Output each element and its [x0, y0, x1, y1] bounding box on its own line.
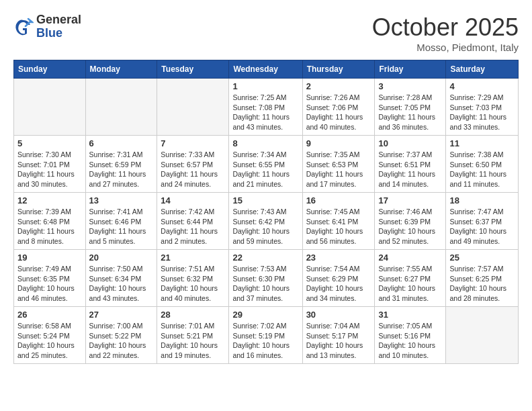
day-number: 18 — [449, 195, 515, 205]
logo-icon — [13, 17, 34, 37]
day-number: 16 — [306, 195, 371, 205]
calendar-cell: 1Sunrise: 7:25 AMSunset: 7:08 PMDaylight… — [229, 79, 302, 136]
logo-blue-text: Blue — [36, 27, 81, 40]
day-info: Sunrise: 7:34 AMSunset: 6:55 PMDaylight:… — [232, 150, 298, 189]
day-number: 7 — [161, 138, 225, 148]
calendar-table: SundayMondayTuesdayWednesdayThursdayFrid… — [13, 60, 519, 364]
calendar-cell: 7Sunrise: 7:33 AMSunset: 6:57 PMDaylight… — [157, 136, 229, 193]
calendar-cell: 2Sunrise: 7:26 AMSunset: 7:06 PMDaylight… — [302, 79, 375, 136]
day-info: Sunrise: 7:30 AMSunset: 7:01 PMDaylight:… — [17, 150, 82, 189]
calendar-cell: 17Sunrise: 7:46 AMSunset: 6:39 PMDayligh… — [375, 193, 446, 250]
calendar-cell: 29Sunrise: 7:02 AMSunset: 5:19 PMDayligh… — [229, 307, 302, 364]
day-number: 25 — [449, 253, 515, 263]
week-row-4: 19Sunrise: 7:49 AMSunset: 6:35 PMDayligh… — [14, 250, 519, 307]
day-number: 26 — [17, 310, 82, 320]
day-number: 10 — [378, 138, 442, 148]
day-header-friday: Friday — [375, 60, 446, 79]
calendar-cell: 5Sunrise: 7:30 AMSunset: 7:01 PMDaylight… — [14, 136, 86, 193]
day-info: Sunrise: 7:01 AMSunset: 5:21 PMDaylight:… — [161, 321, 225, 361]
day-info: Sunrise: 7:05 AMSunset: 5:16 PMDaylight:… — [378, 321, 442, 361]
day-number: 29 — [232, 310, 298, 320]
day-number: 9 — [306, 138, 371, 148]
day-number: 24 — [378, 253, 442, 263]
calendar-cell: 16Sunrise: 7:45 AMSunset: 6:41 PMDayligh… — [302, 193, 375, 250]
calendar-cell: 21Sunrise: 7:51 AMSunset: 6:32 PMDayligh… — [157, 250, 229, 307]
day-number: 31 — [378, 310, 442, 320]
day-number: 6 — [89, 138, 154, 148]
calendar-cell: 10Sunrise: 7:37 AMSunset: 6:51 PMDayligh… — [375, 136, 446, 193]
day-info: Sunrise: 7:42 AMSunset: 6:44 PMDaylight:… — [161, 207, 225, 246]
day-info: Sunrise: 7:37 AMSunset: 6:51 PMDaylight:… — [378, 150, 442, 189]
logo-text: General Blue — [36, 13, 81, 40]
day-info: Sunrise: 7:25 AMSunset: 7:08 PMDaylight:… — [232, 93, 298, 132]
day-number: 23 — [306, 253, 371, 263]
day-info: Sunrise: 7:35 AMSunset: 6:53 PMDaylight:… — [306, 150, 371, 189]
day-number: 27 — [89, 310, 154, 320]
week-row-2: 5Sunrise: 7:30 AMSunset: 7:01 PMDaylight… — [14, 136, 519, 193]
location: Mosso, Piedmont, Italy — [372, 42, 519, 53]
calendar-cell: 9Sunrise: 7:35 AMSunset: 6:53 PMDaylight… — [302, 136, 375, 193]
calendar-cell: 20Sunrise: 7:50 AMSunset: 6:34 PMDayligh… — [85, 250, 157, 307]
calendar-cell: 12Sunrise: 7:39 AMSunset: 6:48 PMDayligh… — [14, 193, 86, 250]
day-info: Sunrise: 7:00 AMSunset: 5:22 PMDaylight:… — [89, 321, 154, 361]
calendar-cell: 4Sunrise: 7:29 AMSunset: 7:03 PMDaylight… — [446, 79, 519, 136]
day-number: 21 — [161, 253, 225, 263]
day-number: 8 — [232, 138, 298, 148]
calendar-cell: 3Sunrise: 7:28 AMSunset: 7:05 PMDaylight… — [375, 79, 446, 136]
day-number: 15 — [232, 195, 298, 205]
day-header-saturday: Saturday — [446, 60, 519, 79]
calendar-cell: 14Sunrise: 7:42 AMSunset: 6:44 PMDayligh… — [157, 193, 229, 250]
day-number: 4 — [449, 81, 515, 91]
day-number: 14 — [161, 195, 225, 205]
week-row-3: 12Sunrise: 7:39 AMSunset: 6:48 PMDayligh… — [14, 193, 519, 250]
day-info: Sunrise: 7:57 AMSunset: 6:25 PMDaylight:… — [449, 264, 515, 304]
day-header-tuesday: Tuesday — [157, 60, 229, 79]
day-info: Sunrise: 7:29 AMSunset: 7:03 PMDaylight:… — [449, 93, 515, 132]
day-number: 28 — [161, 310, 225, 320]
day-info: Sunrise: 7:45 AMSunset: 6:41 PMDaylight:… — [306, 207, 371, 246]
day-info: Sunrise: 6:58 AMSunset: 5:24 PMDaylight:… — [17, 321, 82, 361]
calendar-cell — [85, 79, 157, 136]
calendar-cell: 15Sunrise: 7:43 AMSunset: 6:42 PMDayligh… — [229, 193, 302, 250]
calendar-cell: 6Sunrise: 7:31 AMSunset: 6:59 PMDaylight… — [85, 136, 157, 193]
day-number: 5 — [17, 138, 82, 148]
day-info: Sunrise: 7:26 AMSunset: 7:06 PMDaylight:… — [306, 93, 371, 132]
calendar-cell: 13Sunrise: 7:41 AMSunset: 6:46 PMDayligh… — [85, 193, 157, 250]
day-header-thursday: Thursday — [302, 60, 375, 79]
logo: General Blue — [13, 13, 81, 40]
calendar-cell: 11Sunrise: 7:38 AMSunset: 6:50 PMDayligh… — [446, 136, 519, 193]
day-header-sunday: Sunday — [14, 60, 86, 79]
day-info: Sunrise: 7:46 AMSunset: 6:39 PMDaylight:… — [378, 207, 442, 246]
calendar-cell: 8Sunrise: 7:34 AMSunset: 6:55 PMDaylight… — [229, 136, 302, 193]
day-number: 1 — [232, 81, 298, 91]
day-info: Sunrise: 7:04 AMSunset: 5:17 PMDaylight:… — [306, 321, 371, 361]
day-number: 30 — [306, 310, 371, 320]
month-title: October 2025 — [372, 13, 519, 42]
day-info: Sunrise: 7:47 AMSunset: 6:37 PMDaylight:… — [449, 207, 515, 246]
calendar-cell: 24Sunrise: 7:55 AMSunset: 6:27 PMDayligh… — [375, 250, 446, 307]
calendar-cell: 30Sunrise: 7:04 AMSunset: 5:17 PMDayligh… — [302, 307, 375, 364]
day-info: Sunrise: 7:28 AMSunset: 7:05 PMDaylight:… — [378, 93, 442, 132]
calendar-header-row: SundayMondayTuesdayWednesdayThursdayFrid… — [14, 60, 519, 79]
day-info: Sunrise: 7:43 AMSunset: 6:42 PMDaylight:… — [232, 207, 298, 246]
calendar-cell: 22Sunrise: 7:53 AMSunset: 6:30 PMDayligh… — [229, 250, 302, 307]
day-number: 2 — [306, 81, 371, 91]
day-info: Sunrise: 7:55 AMSunset: 6:27 PMDaylight:… — [378, 264, 442, 304]
day-number: 20 — [89, 253, 154, 263]
calendar-cell: 28Sunrise: 7:01 AMSunset: 5:21 PMDayligh… — [157, 307, 229, 364]
day-info: Sunrise: 7:38 AMSunset: 6:50 PMDaylight:… — [449, 150, 515, 189]
day-number: 12 — [17, 195, 82, 205]
calendar-cell — [446, 307, 519, 364]
day-info: Sunrise: 7:51 AMSunset: 6:32 PMDaylight:… — [161, 264, 225, 304]
page-header: General Blue October 2025 Mosso, Piedmon… — [13, 13, 519, 53]
day-number: 11 — [449, 138, 515, 148]
day-number: 13 — [89, 195, 154, 205]
calendar-cell: 18Sunrise: 7:47 AMSunset: 6:37 PMDayligh… — [446, 193, 519, 250]
calendar-cell: 26Sunrise: 6:58 AMSunset: 5:24 PMDayligh… — [14, 307, 86, 364]
week-row-1: 1Sunrise: 7:25 AMSunset: 7:08 PMDaylight… — [14, 79, 519, 136]
day-info: Sunrise: 7:50 AMSunset: 6:34 PMDaylight:… — [89, 264, 154, 304]
day-info: Sunrise: 7:54 AMSunset: 6:29 PMDaylight:… — [306, 264, 371, 304]
calendar-cell: 23Sunrise: 7:54 AMSunset: 6:29 PMDayligh… — [302, 250, 375, 307]
day-info: Sunrise: 7:02 AMSunset: 5:19 PMDaylight:… — [232, 321, 298, 361]
calendar-cell — [157, 79, 229, 136]
